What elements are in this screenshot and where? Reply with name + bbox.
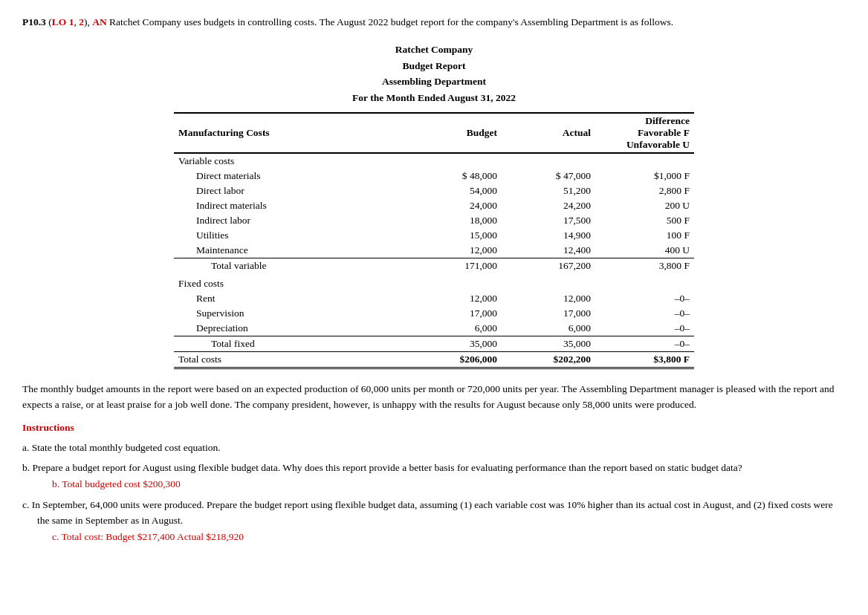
indirect-materials-diff: 200 U xyxy=(595,198,694,213)
instruction-b-text: Prepare a budget report for August using… xyxy=(33,462,742,473)
instructions-title: Instructions xyxy=(22,422,846,434)
indirect-labor-actual: 17,500 xyxy=(502,213,595,228)
rent-budget: 12,000 xyxy=(408,291,502,306)
indirect-labor-label: Indirect labor xyxy=(174,213,408,228)
table-row: Direct materials $ 48,000 $ 47,000 $1,00… xyxy=(174,169,694,183)
instruction-b-hint: b. Total budgeted cost $200,300 xyxy=(37,478,181,489)
report-title: Ratchet Company Budget Report Assembling… xyxy=(174,42,694,105)
company-name: Ratchet Company xyxy=(174,42,694,58)
direct-labor-label: Direct labor xyxy=(174,183,408,198)
direct-materials-actual: $ 47,000 xyxy=(502,169,595,183)
problem-ref: P10.3 xyxy=(22,16,46,27)
direct-materials-label: Direct materials xyxy=(174,169,408,183)
total-variable-actual: 167,200 xyxy=(502,258,595,273)
total-variable-budget: 171,000 xyxy=(408,258,502,273)
indirect-materials-label: Indirect materials xyxy=(174,198,408,213)
col-actual-header: Actual xyxy=(502,113,595,153)
table-row: Depreciation 6,000 6,000 –0– xyxy=(174,321,694,336)
total-fixed-row: Total fixed 35,000 35,000 –0– xyxy=(174,336,694,351)
report-type: Budget Report xyxy=(174,58,694,74)
total-fixed-budget: 35,000 xyxy=(408,336,502,351)
variable-costs-label: Variable costs xyxy=(174,153,694,169)
table-row: Indirect labor 18,000 17,500 500 F xyxy=(174,213,694,228)
fixed-costs-label: Fixed costs xyxy=(174,273,694,291)
utilities-actual: 14,900 xyxy=(502,228,595,243)
total-costs-row: Total costs $206,000 $202,200 $3,800 F xyxy=(174,351,694,368)
rent-actual: 12,000 xyxy=(502,291,595,306)
supervision-diff: –0– xyxy=(595,306,694,321)
list-item: a. State the total monthly budgeted cost… xyxy=(22,440,846,456)
intro-text: Ratchet Company uses budgets in controll… xyxy=(109,16,673,27)
indirect-materials-actual: 24,200 xyxy=(502,198,595,213)
total-fixed-label: Total fixed xyxy=(174,336,408,351)
list-item: c. In September, 64,000 units were produ… xyxy=(22,497,846,545)
supervision-actual: 17,000 xyxy=(502,306,595,321)
fixed-costs-section: Fixed costs xyxy=(174,273,694,291)
direct-labor-diff: 2,800 F xyxy=(595,183,694,198)
utilities-diff: 100 F xyxy=(595,228,694,243)
total-costs-diff: $3,800 F xyxy=(595,351,694,368)
utilities-label: Utilities xyxy=(174,228,408,243)
rent-diff: –0– xyxy=(595,291,694,306)
intro-paragraph: P10.3 (LO 1, 2), AN Ratchet Company uses… xyxy=(22,15,846,30)
column-header-row: Manufacturing Costs Budget Actual Differ… xyxy=(174,113,694,153)
supervision-budget: 17,000 xyxy=(408,306,502,321)
table-row: Indirect materials 24,000 24,200 200 U xyxy=(174,198,694,213)
variable-costs-section: Variable costs xyxy=(174,153,694,169)
table-row: Maintenance 12,000 12,400 400 U xyxy=(174,243,694,258)
direct-materials-budget: $ 48,000 xyxy=(408,169,502,183)
list-item: b. Prepare a budget report for August us… xyxy=(22,460,846,492)
table-row: Rent 12,000 12,000 –0– xyxy=(174,291,694,306)
maintenance-actual: 12,400 xyxy=(502,243,595,258)
instruction-a-text: State the total monthly budgeted cost eq… xyxy=(32,442,221,453)
department-name: Assembling Department xyxy=(174,74,694,90)
maintenance-budget: 12,000 xyxy=(408,243,502,258)
report-container: Ratchet Company Budget Report Assembling… xyxy=(174,42,694,368)
budget-table: Manufacturing Costs Budget Actual Differ… xyxy=(174,112,694,369)
instructions-list: a. State the total monthly budgeted cost… xyxy=(22,440,846,545)
total-costs-actual: $202,200 xyxy=(502,351,595,368)
total-variable-row: Total variable 171,000 167,200 3,800 F xyxy=(174,258,694,273)
lo-refs: (LO 1, 2), xyxy=(48,16,90,27)
instruction-a-letter: a. xyxy=(22,442,29,453)
an-label: AN xyxy=(92,16,109,27)
total-costs-label: Total costs xyxy=(174,351,408,368)
body-paragraph: The monthly budget amounts in the report… xyxy=(22,381,846,413)
indirect-labor-budget: 18,000 xyxy=(408,213,502,228)
instruction-c-text: In September, 64,000 units were produced… xyxy=(32,499,833,527)
depreciation-actual: 6,000 xyxy=(502,321,595,336)
col-manufacturing-header: Manufacturing Costs xyxy=(174,113,408,153)
maintenance-label: Maintenance xyxy=(174,243,408,258)
total-costs-budget: $206,000 xyxy=(408,351,502,368)
depreciation-diff: –0– xyxy=(595,321,694,336)
depreciation-budget: 6,000 xyxy=(408,321,502,336)
direct-labor-actual: 51,200 xyxy=(502,183,595,198)
col-diff-header: Difference Favorable F Unfavorable U xyxy=(595,113,694,153)
total-fixed-diff: –0– xyxy=(595,336,694,351)
total-fixed-actual: 35,000 xyxy=(502,336,595,351)
direct-labor-budget: 54,000 xyxy=(408,183,502,198)
supervision-label: Supervision xyxy=(174,306,408,321)
report-period: For the Month Ended August 31, 2022 xyxy=(174,90,694,106)
maintenance-diff: 400 U xyxy=(595,243,694,258)
direct-materials-diff: $1,000 F xyxy=(595,169,694,183)
table-row: Direct labor 54,000 51,200 2,800 F xyxy=(174,183,694,198)
indirect-materials-budget: 24,000 xyxy=(408,198,502,213)
instruction-c-hint: c. Total cost: Budget $217,400 Actual $2… xyxy=(37,531,244,542)
table-row: Supervision 17,000 17,000 –0– xyxy=(174,306,694,321)
col-budget-header: Budget xyxy=(408,113,502,153)
utilities-budget: 15,000 xyxy=(408,228,502,243)
instruction-c-letter: c. xyxy=(22,499,29,510)
total-variable-diff: 3,800 F xyxy=(595,258,694,273)
rent-label: Rent xyxy=(174,291,408,306)
depreciation-label: Depreciation xyxy=(174,321,408,336)
instruction-b-letter: b. xyxy=(22,462,30,473)
total-variable-label: Total variable xyxy=(174,258,408,273)
table-row: Utilities 15,000 14,900 100 F xyxy=(174,228,694,243)
indirect-labor-diff: 500 F xyxy=(595,213,694,228)
